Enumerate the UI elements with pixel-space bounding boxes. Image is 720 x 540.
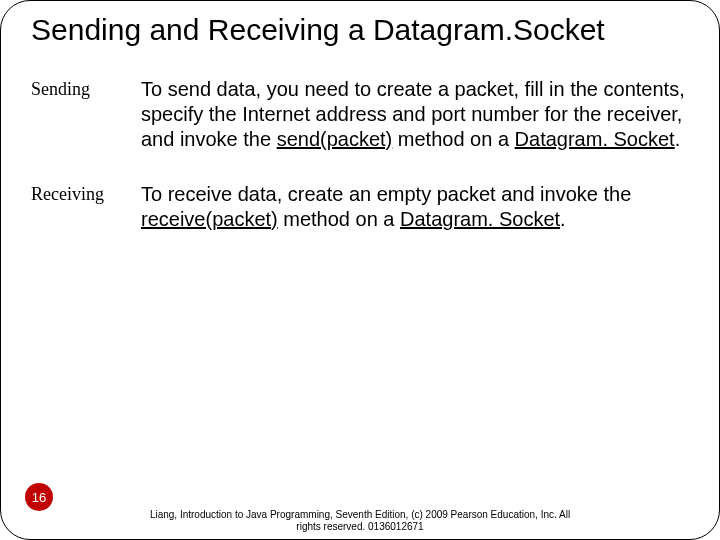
slide-title: Sending and Receiving a Datagram.Socket — [31, 11, 689, 49]
row-body-sending: To send data, you need to create a packe… — [141, 77, 689, 152]
row-receiving: Receiving To receive data, create an emp… — [31, 182, 689, 232]
text: method on a — [392, 128, 514, 150]
slide-container: Sending and Receiving a Datagram.Socket … — [0, 0, 720, 540]
text: . — [675, 128, 681, 150]
row-sending: Sending To send data, you need to create… — [31, 77, 689, 152]
underline-datagram: Datagram. Socket — [515, 128, 675, 150]
text: method on a — [278, 208, 400, 230]
slide-number-badge: 16 — [25, 483, 53, 511]
row-label-sending: Sending — [31, 77, 141, 100]
text: . — [560, 208, 566, 230]
underline-receive: receive(packet) — [141, 208, 278, 230]
underline-send: send(packet) — [277, 128, 393, 150]
footer-line: rights reserved. 0136012671 — [296, 521, 423, 532]
footer-attribution: Liang, Introduction to Java Programming,… — [1, 509, 719, 533]
underline-datagram: Datagram. Socket — [400, 208, 560, 230]
text: To receive data, create an empty packet … — [141, 183, 631, 205]
row-body-receiving: To receive data, create an empty packet … — [141, 182, 689, 232]
footer-line: Liang, Introduction to Java Programming,… — [150, 509, 570, 520]
row-label-receiving: Receiving — [31, 182, 141, 205]
